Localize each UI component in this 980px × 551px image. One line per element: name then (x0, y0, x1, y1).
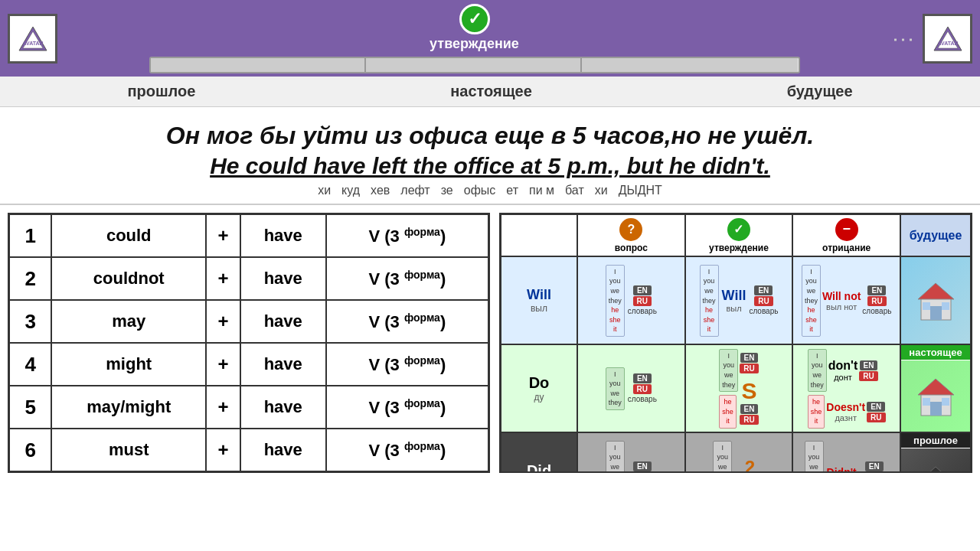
doesnt-enru[interactable]: EN RU (867, 402, 885, 422)
ru-button[interactable]: RU (865, 472, 884, 473)
svg-text:AVATAR: AVATAR (937, 41, 958, 46)
en-button[interactable]: EN (860, 360, 878, 370)
slovar-label: словарь (749, 307, 778, 315)
ru-button[interactable]: RU (859, 371, 877, 381)
rg-header-affirmative: ✓ утверждение (685, 214, 793, 256)
didnt-pronouns: Iyouwetheyhesheit (805, 441, 824, 474)
svg-text:AVATAR: AVATAR (22, 41, 43, 46)
slovar-label: словарь (628, 307, 657, 315)
svg-rect-15 (942, 398, 949, 406)
will-sublabel: выл (531, 303, 547, 314)
header-right: ⋮ AVATAR (891, 14, 972, 64)
en-button[interactable]: EN (633, 461, 652, 471)
en-button[interactable]: EN (740, 404, 759, 414)
ru-button[interactable]: RU (633, 296, 652, 306)
english-sentence: He could have left the office at 5 p.m.,… (15, 153, 965, 179)
en-button[interactable]: EN (865, 461, 884, 471)
grammar-table: 1 could + have V (3 форма) 2 couldnot + … (8, 213, 490, 473)
rg-does-house: настоящее (900, 344, 971, 432)
do-q-pronouns: Iyouwethey (606, 367, 625, 410)
bottom-section: 1 could + have V (3 форма) 2 couldnot + … (0, 205, 980, 481)
will-aff-pronouns: Iyouwetheyhesheit (700, 265, 719, 337)
row-word: couldnot (51, 257, 206, 300)
rg-does-aff: Iyouwethey hesheit EN RU S EN RU (685, 344, 793, 432)
row-form: V (3 форма) (326, 214, 489, 258)
rg-dont-neg: Iyouwethey don't донт EN RU hesheit Does… (792, 344, 900, 432)
dots-menu-icon[interactable]: ⋮ (891, 29, 916, 47)
row-word: may (51, 300, 206, 343)
row-form: V (3 форма) (326, 257, 489, 300)
row-form: V (3 форма) (326, 300, 489, 343)
ru-button[interactable]: RU (867, 412, 885, 422)
slovar-label: словарь (862, 307, 891, 315)
dont-enru[interactable]: EN RU (859, 360, 877, 381)
dont-pronouns-top: Iyouwethey (808, 349, 827, 392)
ru-button[interactable]: RU (754, 296, 773, 306)
rg-will-label-cell: Will выл (501, 256, 577, 344)
did-label: Did (527, 462, 551, 473)
progress-seg-3 (582, 58, 799, 72)
table-row: 3 may + have V (3 форма) (9, 300, 489, 343)
does-aff-enru-top[interactable]: EN RU (740, 353, 758, 373)
row-num: 6 (9, 429, 52, 472)
negative-badge: − (835, 218, 858, 241)
row-word: may/might (51, 386, 206, 429)
will-neg-pronouns: Iyouwetheyhesheit (802, 265, 821, 337)
right-avatar-logo[interactable]: AVATAR (923, 14, 972, 64)
row-plus: + (206, 300, 240, 343)
progress-bar (149, 57, 800, 73)
tense-present: настоящее (450, 83, 532, 100)
does-aff-enru-bot[interactable]: EN RU (740, 404, 758, 425)
en-button[interactable]: EN (633, 285, 652, 295)
doesnt-sublabel: дазнт (835, 413, 857, 422)
row-num: 1 (9, 214, 52, 258)
did-q-enru[interactable]: EN RU словарь (628, 461, 657, 473)
check-circle: ✓ (459, 4, 490, 34)
transliteration-row: хи куд хев лефт зе офыс ет пи м бат хи Д… (15, 184, 965, 197)
row-form: V (3 форма) (326, 429, 489, 472)
svg-rect-10 (942, 302, 949, 310)
ru-button[interactable]: RU (740, 415, 758, 425)
row-have: have (240, 214, 326, 258)
row-plus: + (206, 214, 240, 258)
left-avatar-logo[interactable]: AVATAR (8, 14, 57, 64)
en-button[interactable]: EN (867, 402, 885, 412)
will-aff-enru[interactable]: EN RU словарь (749, 285, 778, 315)
tense-bar: прошлое настоящее будущее (0, 77, 980, 107)
ru-button[interactable]: RU (740, 364, 758, 373)
tr-7: ет (506, 184, 518, 197)
en-button[interactable]: EN (740, 353, 759, 363)
will-aff-sublabel: выл (726, 304, 741, 313)
tense-past: прошлое (127, 83, 195, 100)
house-present-image (901, 360, 970, 432)
rg-do-q: Iyouwethey EN RU словарь (577, 344, 685, 432)
row-num: 2 (9, 257, 52, 300)
svg-rect-9 (923, 302, 930, 310)
svg-marker-17 (918, 467, 954, 473)
row-plus: + (206, 386, 240, 429)
will-neg-enru[interactable]: EN RU словарь (862, 285, 891, 315)
do-q-enru[interactable]: EN RU словарь (628, 373, 657, 403)
does-aff-pronouns-bot: hesheit (719, 395, 737, 429)
will-q-enru[interactable]: EN RU словарь (628, 285, 657, 315)
header: AVATAR ✓ утверждение ⋮ AVATAR (0, 0, 980, 77)
dont-label: don't (828, 359, 858, 373)
ru-button[interactable]: RU (633, 384, 652, 394)
didnt-enru[interactable]: EN RU словарь (860, 461, 889, 473)
rg-did-aff: Iyouwetheyhesheit 2 форма глагола (685, 432, 793, 473)
ru-button[interactable]: RU (633, 472, 652, 473)
rg-future-label: будущее (900, 214, 971, 256)
house-past-image (901, 448, 970, 473)
en-button[interactable]: EN (754, 285, 773, 295)
svg-rect-8 (930, 306, 942, 320)
did-aff-pronouns: Iyouwetheyhesheit (713, 441, 732, 474)
rg-didnt-neg: Iyouwetheyhesheit Didn't дыднт EN RU сло… (792, 432, 900, 473)
tr-2: куд (341, 184, 360, 197)
en-button[interactable]: EN (867, 285, 886, 295)
row-plus: + (206, 343, 240, 386)
dont-sublabel: донт (834, 373, 852, 382)
row-num: 3 (9, 300, 52, 343)
en-button[interactable]: EN (633, 373, 652, 383)
ru-button[interactable]: RU (867, 296, 886, 306)
rg-will-aff: Iyouwetheyhesheit Will выл EN RU словарь (685, 256, 793, 344)
